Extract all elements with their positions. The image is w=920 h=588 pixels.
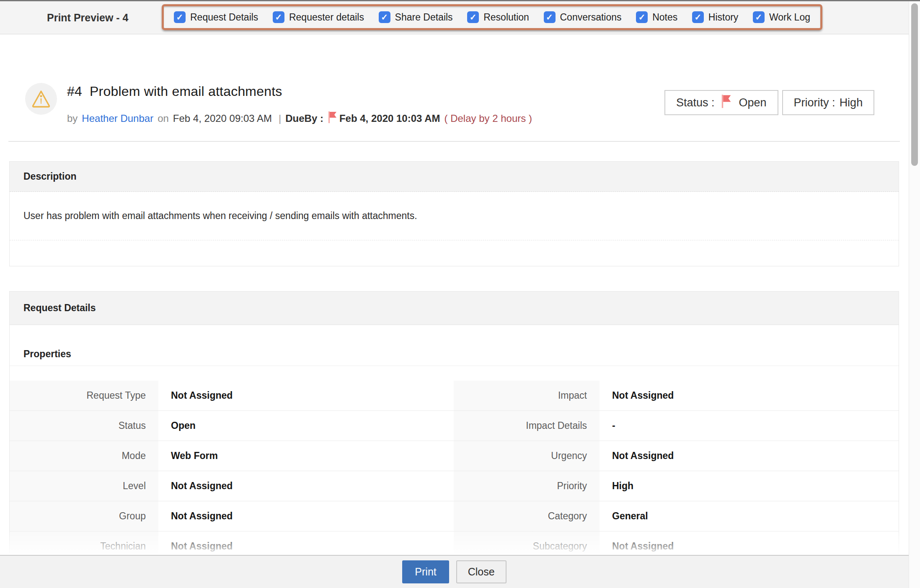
checked-checkbox-icon — [544, 11, 556, 23]
property-label: Status — [10, 411, 158, 441]
header-divider — [8, 141, 900, 142]
property-value: Open — [158, 411, 454, 441]
properties-table: Request Type Not Assigned Impact Not Ass… — [10, 381, 899, 562]
request-subject: Problem with email attachments — [90, 84, 282, 99]
checkbox-resolution[interactable]: Resolution — [467, 11, 529, 23]
status-flag-icon — [721, 94, 731, 111]
warning-triangle-icon — [31, 90, 51, 108]
print-button[interactable]: Print — [402, 560, 449, 583]
print-preview-topbar: Print Preview - 4 Request Details Reques… — [0, 1, 909, 34]
description-title: Description — [23, 171, 77, 182]
checked-checkbox-icon — [636, 11, 648, 23]
request-type-avatar — [25, 83, 57, 115]
checkbox-label: Resolution — [483, 12, 529, 23]
property-label: Mode — [10, 441, 158, 471]
property-label: Category — [454, 501, 600, 531]
created-timestamp: Feb 4, 2020 09:03 AM — [173, 113, 272, 124]
close-button[interactable]: Close — [456, 560, 507, 583]
property-label: Urgency — [454, 441, 600, 471]
description-body: User has problem with email attachments … — [10, 192, 899, 222]
print-preview-title: Print Preview - 4 — [47, 1, 129, 34]
request-details-section-header: Request Details — [10, 291, 899, 325]
checked-checkbox-icon — [467, 11, 479, 23]
checkbox-work-log[interactable]: Work Log — [753, 11, 810, 23]
description-section-header: Description — [10, 162, 899, 192]
checkbox-label: Requester details — [289, 12, 364, 23]
property-value: - — [600, 411, 899, 441]
property-label: Request Type — [10, 381, 158, 411]
checkbox-label: Work Log — [769, 12, 810, 23]
checkbox-history[interactable]: History — [692, 11, 739, 23]
checked-checkbox-icon — [379, 11, 390, 23]
description-section: Description User has problem with email … — [9, 161, 899, 266]
dialog-footer: Print Close — [0, 555, 909, 588]
property-value: General — [600, 501, 899, 531]
property-label: Impact — [454, 381, 600, 411]
property-value: Not Assigned — [600, 381, 899, 411]
property-value: Not Assigned — [158, 501, 454, 531]
delay-text: ( Delay by 2 hours ) — [444, 113, 532, 124]
by-label: by — [67, 113, 78, 124]
status-label: Status : — [676, 96, 715, 109]
checked-checkbox-icon — [692, 11, 704, 23]
property-label: Group — [10, 501, 158, 531]
description-footer-divider — [10, 240, 899, 266]
checkbox-label: Request Details — [190, 12, 258, 23]
request-byline: by Heather Dunbar on Feb 4, 2020 09:03 A… — [67, 111, 536, 126]
dueby-label: DueBy : — [285, 113, 323, 124]
request-title: #4Problem with email attachments — [67, 84, 282, 99]
checkbox-share-details[interactable]: Share Details — [379, 11, 453, 23]
properties-subtitle: Properties — [10, 325, 899, 360]
property-label: Priority — [454, 471, 600, 501]
checkbox-notes[interactable]: Notes — [636, 11, 677, 23]
property-value: Not Assigned — [600, 441, 899, 471]
checkbox-requester-details[interactable]: Requester details — [273, 11, 364, 23]
property-value: Not Assigned — [158, 471, 454, 501]
request-id: #4 — [67, 84, 82, 99]
status-box: Status : Open — [664, 90, 778, 115]
separator: | — [279, 113, 281, 124]
property-value: Web Form — [158, 441, 454, 471]
checkbox-label: Share Details — [395, 12, 453, 23]
checked-checkbox-icon — [174, 11, 186, 23]
requester-link[interactable]: Heather Dunbar — [82, 113, 153, 124]
priority-value: High — [840, 96, 863, 109]
window-top-edge — [0, 0, 920, 1]
priority-label: Priority : — [794, 96, 835, 109]
checkbox-label: Notes — [652, 12, 677, 23]
on-label: on — [158, 113, 169, 124]
checkbox-conversations[interactable]: Conversations — [544, 11, 622, 23]
request-details-title: Request Details — [23, 302, 96, 314]
section-checkbox-group-highlight: Request Details Requester details Share … — [162, 4, 822, 30]
property-label: Level — [10, 471, 158, 501]
property-value: High — [600, 471, 899, 501]
priority-box: Priority : High — [782, 90, 875, 115]
due-timestamp: Feb 4, 2020 10:03 AM — [339, 113, 440, 124]
property-value: Not Assigned — [158, 381, 454, 411]
checkbox-label: Conversations — [560, 12, 622, 23]
status-value: Open — [739, 96, 767, 109]
request-details-section: Request Details Properties Request Type … — [9, 291, 899, 563]
property-label: Impact Details — [454, 411, 600, 441]
vertical-scrollbar-thumb[interactable] — [911, 3, 918, 166]
due-flag-icon — [328, 111, 337, 126]
checkbox-label: History — [708, 12, 739, 23]
checked-checkbox-icon — [273, 11, 284, 23]
checked-checkbox-icon — [753, 11, 765, 23]
status-priority-boxes: Status : Open Priority : High — [664, 90, 874, 115]
vertical-scrollbar-track[interactable] — [909, 0, 920, 588]
properties-divider — [10, 366, 899, 366]
checkbox-request-details[interactable]: Request Details — [174, 11, 258, 23]
